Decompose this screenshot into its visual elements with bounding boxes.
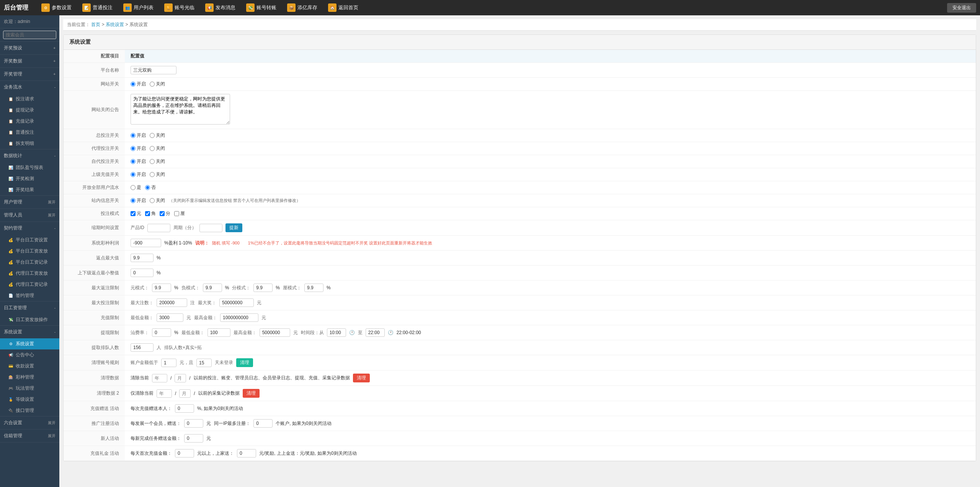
radio-proxy-invest-open[interactable]: 开启 [131, 145, 146, 152]
sidebar-item-tuanduizuida[interactable]: 📊 团队盈亏报表 [0, 162, 59, 173]
sidebar-item-dailiren-jilu[interactable]: 💰 代理日工资记录 [0, 279, 59, 290]
jiao-mode-input[interactable] [203, 284, 222, 292]
radio-self-invest-close[interactable]: 关闭 [150, 158, 165, 165]
radio-topup-open[interactable]: 开启 [131, 171, 146, 178]
min-withdraw-input[interactable] [207, 328, 230, 337]
checkbox-fen[interactable]: 分 [160, 210, 170, 217]
clean2-year-input[interactable] [157, 389, 172, 398]
radio-website-open[interactable]: 开启 [131, 81, 146, 87]
promote-amount-input[interactable] [184, 419, 203, 428]
section-header-rizigongzi[interactable]: 日工资管理 - [0, 302, 59, 314]
sidebar-item-putongtouzhu[interactable]: 📋 普通投注 [0, 127, 59, 138]
nav-item-params[interactable]: ⚙ 参数设置 [36, 0, 77, 15]
radio-topup-close[interactable]: 关闭 [150, 171, 165, 178]
clean-year-input[interactable] [152, 374, 167, 382]
sidebar-item-pingtai-rizi-gongzi-fafang[interactable]: 💰 平台日工资发放 [0, 246, 59, 257]
nav-item-transfer[interactable]: 💸 账号转账 [241, 0, 282, 15]
clean-rule-button[interactable]: 清理 [236, 358, 253, 367]
sidebar-item-caise-guanli[interactable]: 🎰 彩种管理 [0, 372, 59, 383]
breadcrumb-system-settings[interactable]: 系统设置 [106, 22, 124, 27]
sidebar-item-wanfa-guanli[interactable]: 🎮 玩法管理 [0, 383, 59, 394]
nav-item-stock[interactable]: 📦 添亿库存 [282, 0, 323, 15]
period-input[interactable] [199, 224, 222, 232]
sidebar-item-pingtai-rizi-gongzi-jilu[interactable]: 💰 平台日工资记录 [0, 257, 59, 268]
sidebar-item-jiekou-guanli[interactable]: 🔌 接口管理 [0, 405, 59, 416]
sidebar-item-gongsi-zhongxin[interactable]: 📢 公告中心 [0, 349, 59, 361]
section-header-kaijiangguanli[interactable]: 开奖管理 + [0, 68, 59, 80]
sidebar-item-kaijiangjiance[interactable]: 📊 开奖检测 [0, 173, 59, 184]
radio-total-invest-close[interactable]: 关闭 [150, 132, 165, 139]
radio-proxy-invest-close[interactable]: 关闭 [150, 145, 165, 152]
radio-website-close[interactable]: 关闭 [150, 81, 165, 87]
section-header-yonghuguanli[interactable]: 用户管理 展开 [0, 196, 59, 208]
clean-month-input[interactable] [175, 374, 186, 382]
sidebar-item-chongzhijilu[interactable]: 📋 充值记录 [0, 116, 59, 127]
platform-name-input[interactable] [131, 66, 176, 74]
new-activity-input[interactable] [184, 434, 203, 443]
section-header-guanlirenyuan[interactable]: 管理人员 展开 [0, 209, 59, 221]
promote-max-ip-input[interactable] [253, 419, 273, 428]
min-topup-input[interactable] [157, 313, 183, 322]
max-withdraw-input[interactable] [260, 328, 290, 337]
nav-item-user-list[interactable]: 👥 用户列表 [118, 0, 159, 15]
logout-button[interactable]: 安全退出 [947, 3, 976, 13]
fen-mode-input[interactable] [253, 284, 273, 292]
sidebar-item-pingtai-rizi-gongzi-sheji[interactable]: 💰 平台日工资设置 [0, 234, 59, 246]
sidebar-item-rizi-fafang[interactable]: 💸 日工资发放操作 [0, 314, 59, 325]
website-close-notice-textarea[interactable]: 为了能让您访问更便更稳定，网时为您提供更高品质的服务，正在维护系统。请稍后再回来… [131, 94, 230, 125]
section-header-xitongshezhi[interactable]: 系统设置 - [0, 326, 59, 338]
sidebar-item-dengji-shezhi[interactable]: 🏅 等级设置 [0, 394, 59, 405]
section-header-shujutongji[interactable]: 数据统计 - [0, 149, 59, 162]
clean-days-input[interactable] [196, 359, 212, 367]
section-header-liuheshezhi[interactable]: 六合设置 展开 [0, 416, 59, 429]
time-from-input[interactable] [327, 328, 346, 337]
clean-data-button[interactable]: 清理 [353, 374, 370, 382]
nav-item-publish[interactable]: 📢 发布消息 [200, 0, 241, 15]
updown-min-input[interactable] [131, 269, 154, 277]
nav-item-common-invest[interactable]: 📝 普通投注 [77, 0, 118, 15]
fee-input[interactable] [152, 328, 171, 337]
radio-site-info-close[interactable]: 关闭 [150, 197, 165, 204]
clean-data2-button[interactable]: 清理 [243, 389, 260, 398]
topup-gift-input[interactable] [175, 404, 194, 413]
section-header-xinxianguanli[interactable]: 信箱管理 展开 [0, 430, 59, 442]
nav-item-home[interactable]: 🏠 返回首页 [323, 0, 364, 15]
sidebar-item-xitong-shezhi[interactable]: ⚙ 系统设置 [0, 338, 59, 349]
profit-input[interactable] [131, 239, 161, 247]
section-header-kaijiangyushe[interactable]: 开奖预设 + [0, 42, 59, 54]
search-input[interactable] [3, 31, 56, 39]
checkbox-jiao[interactable]: 角 [145, 210, 156, 217]
time-to-input[interactable] [366, 328, 385, 337]
section-header-yewuliushui[interactable]: 业务流水 - [0, 81, 59, 93]
radio-site-info-open[interactable]: 开启 [131, 197, 146, 204]
sidebar-item-chaijiecaidan[interactable]: 📋 拆支明细 [0, 138, 59, 149]
li-mode-input[interactable] [304, 284, 323, 292]
clean2-month-input[interactable] [179, 389, 191, 398]
breadcrumb-home[interactable]: 首页 [91, 22, 100, 27]
sidebar-item-qianyueguanli[interactable]: 📄 签约管理 [0, 290, 59, 301]
clean-min-amount-input[interactable] [161, 359, 176, 367]
checkbox-li[interactable]: 厘 [174, 210, 185, 217]
max-topup-input[interactable] [220, 313, 258, 322]
yuan-mode-input[interactable] [152, 284, 171, 292]
section-header-kaijiangshuji[interactable]: 开奖数据 + [0, 55, 59, 67]
sidebar-item-dailiren-fafang[interactable]: 💰 代理日工资发放 [0, 268, 59, 279]
radio-self-invest-open[interactable]: 开启 [131, 158, 146, 165]
checkbox-yuan[interactable]: 元 [131, 210, 141, 217]
team-size-input[interactable] [131, 343, 154, 352]
section-header-qiyueguanli[interactable]: 契约管理 - [0, 222, 59, 234]
update-button[interactable]: 提新 [225, 223, 242, 232]
radio-total-invest-open[interactable]: 开启 [131, 132, 146, 139]
sidebar-item-kaijiangjieguo[interactable]: 📊 开奖结果 [0, 184, 59, 195]
radio-show-all-yes[interactable]: 是 [131, 184, 141, 191]
topup-cashback-min-input[interactable] [175, 449, 194, 457]
max-register-input[interactable] [157, 298, 187, 307]
max-return-input[interactable] [131, 254, 154, 262]
sidebar-item-toujiqiushu[interactable]: 📋 投注请求 [0, 93, 59, 105]
radio-show-all-no[interactable]: 否 [145, 184, 156, 191]
topup-cashback-upper-input[interactable] [237, 449, 256, 457]
nav-item-lottery-open[interactable]: 🏆 账号光临 [159, 0, 200, 15]
sidebar-item-tijiaojilu[interactable]: 📋 提现记录 [0, 105, 59, 116]
max-bet-input[interactable] [219, 298, 254, 307]
sidebar-item-shoukuan-shezhi[interactable]: 💳 收款设置 [0, 361, 59, 372]
